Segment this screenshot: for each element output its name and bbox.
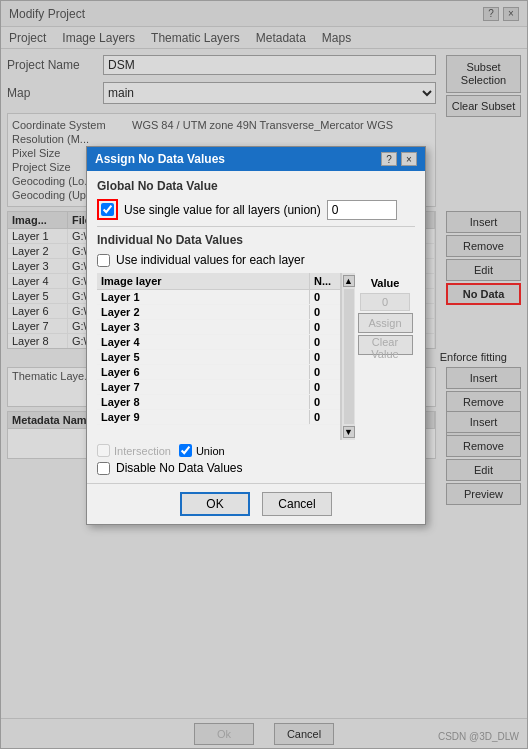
individual-table-header: Image layer N... — [97, 273, 340, 290]
nodata-cell: 0 — [310, 410, 340, 424]
use-individual-checkbox[interactable] — [97, 254, 110, 267]
nodata-cell: 0 — [310, 350, 340, 364]
disable-label: Disable No Data Values — [116, 461, 243, 475]
list-item: Layer 5 0 — [97, 350, 340, 365]
bottom-checkboxes: Intersection Union — [97, 444, 415, 457]
intersection-label: Intersection — [114, 445, 171, 457]
divider — [97, 226, 415, 227]
layer-col-header: Image layer — [97, 273, 310, 289]
individual-value-input[interactable] — [360, 293, 410, 311]
disable-no-data-checkbox[interactable] — [97, 462, 110, 475]
nodata-cell: 0 — [310, 320, 340, 334]
dialog-body: Global No Data Value Use single value fo… — [87, 171, 425, 483]
disable-row: Disable No Data Values — [97, 461, 415, 475]
nodata-col-header: N... — [310, 273, 340, 289]
scroll-track — [344, 289, 354, 424]
list-item: Layer 8 0 — [97, 395, 340, 410]
scroll-down-button[interactable]: ▼ — [343, 426, 355, 438]
layer-cell: Layer 5 — [97, 350, 310, 364]
dialog-help-button[interactable]: ? — [381, 152, 397, 166]
table-scrollbar[interactable]: ▲ ▼ — [341, 273, 355, 440]
dialog-overlay: Assign No Data Values ? × Global No Data… — [1, 1, 527, 748]
nodata-cell: 0 — [310, 305, 340, 319]
checkbox-border — [97, 199, 118, 220]
layer-cell: Layer 6 — [97, 365, 310, 379]
dialog-title-controls: ? × — [381, 152, 417, 166]
nodata-cell: 0 — [310, 290, 340, 304]
use-single-value-label: Use single value for all layers (union) — [124, 203, 321, 217]
individual-table: Image layer N... Layer 1 0 Layer 2 — [97, 273, 341, 440]
dialog-title: Assign No Data Values — [95, 152, 225, 166]
nodata-cell: 0 — [310, 335, 340, 349]
dialog-title-bar: Assign No Data Values ? × — [87, 147, 425, 171]
layer-cell: Layer 7 — [97, 380, 310, 394]
list-item: Layer 6 0 — [97, 365, 340, 380]
individual-section: Individual No Data Values Use individual… — [97, 233, 415, 457]
dialog-cancel-button[interactable]: Cancel — [262, 492, 332, 516]
individual-section-label: Individual No Data Values — [97, 233, 415, 247]
scroll-up-button[interactable]: ▲ — [343, 275, 355, 287]
nodata-cell: 0 — [310, 365, 340, 379]
global-section-label: Global No Data Value — [97, 179, 415, 193]
layer-cell: Layer 8 — [97, 395, 310, 409]
main-window: Modify Project ? × Project Image Layers … — [0, 0, 528, 749]
assign-button[interactable]: Assign — [358, 313, 413, 333]
intersection-checkbox[interactable] — [97, 444, 110, 457]
global-checkbox-row: Use single value for all layers (union) — [97, 199, 415, 220]
dialog-close-button[interactable]: × — [401, 152, 417, 166]
list-item: Layer 2 0 — [97, 305, 340, 320]
individual-checkbox-row: Use individual values for each layer — [97, 253, 415, 267]
union-row: Union — [179, 444, 225, 457]
intersection-row: Intersection — [97, 444, 171, 457]
layer-cell: Layer 3 — [97, 320, 310, 334]
list-item: Layer 1 0 — [97, 290, 340, 305]
list-item: Layer 3 0 — [97, 320, 340, 335]
clear-value-button[interactable]: Clear Value — [358, 335, 413, 355]
dialog-footer: OK Cancel — [87, 483, 425, 524]
individual-label: Use individual values for each layer — [116, 253, 305, 267]
use-single-value-checkbox[interactable] — [101, 203, 114, 216]
nodata-cell: 0 — [310, 380, 340, 394]
global-value-input[interactable] — [327, 200, 397, 220]
assign-no-data-dialog: Assign No Data Values ? × Global No Data… — [86, 146, 426, 525]
layer-cell: Layer 2 — [97, 305, 310, 319]
union-checkbox[interactable] — [179, 444, 192, 457]
union-label: Union — [196, 445, 225, 457]
list-item: Layer 7 0 — [97, 380, 340, 395]
individual-table-area: Image layer N... Layer 1 0 Layer 2 — [97, 273, 415, 440]
value-col-label: Value — [371, 277, 400, 289]
list-item: Layer 4 0 — [97, 335, 340, 350]
dialog-ok-button[interactable]: OK — [180, 492, 250, 516]
layer-cell: Layer 9 — [97, 410, 310, 424]
individual-table-scroll[interactable]: Layer 1 0 Layer 2 0 Layer 3 0 — [97, 290, 340, 440]
layer-cell: Layer 1 — [97, 290, 310, 304]
nodata-cell: 0 — [310, 395, 340, 409]
layer-cell: Layer 4 — [97, 335, 310, 349]
value-column: Value Assign Clear Value — [355, 273, 415, 440]
list-item: Layer 9 0 — [97, 410, 340, 425]
